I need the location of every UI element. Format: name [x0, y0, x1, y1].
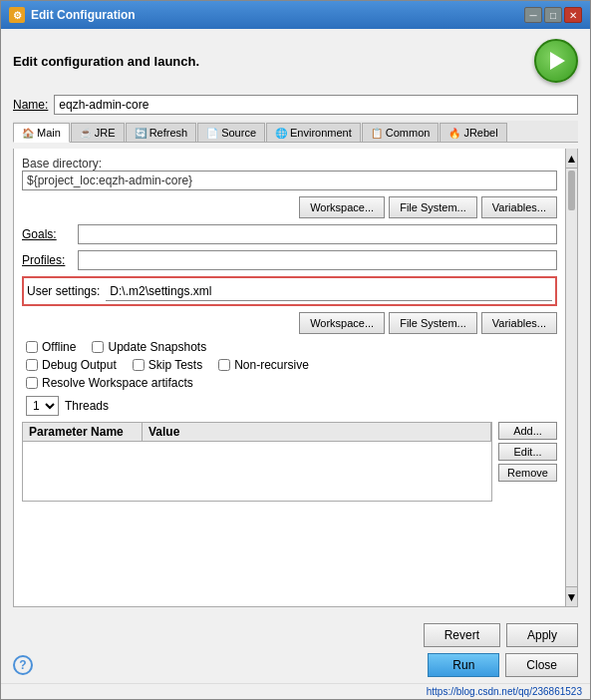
- checkboxes-section: Offline Update Snapshots Debug Output: [22, 340, 557, 390]
- skip-tests-checkbox[interactable]: [133, 359, 145, 371]
- tab-environment[interactable]: 🌐 Environment: [266, 123, 361, 142]
- maximize-button[interactable]: □: [544, 7, 562, 23]
- minimize-button[interactable]: ─: [524, 7, 542, 23]
- name-label: Name:: [13, 98, 48, 112]
- debug-output-label: Debug Output: [42, 358, 117, 372]
- threads-label: Threads: [65, 399, 109, 413]
- variables-button-2[interactable]: Variables...: [481, 312, 557, 334]
- jre-tab-icon: ☕: [80, 128, 92, 139]
- run-close-row: ? Run Close: [13, 653, 578, 677]
- refresh-tab-icon: 🔄: [135, 128, 147, 139]
- user-settings-box: User settings:: [22, 276, 557, 306]
- jrebel-tab-icon: 🔥: [448, 128, 460, 139]
- revert-apply-row: Revert Apply: [13, 623, 578, 647]
- titlebar-controls: ─ □ ✕: [524, 7, 582, 23]
- base-directory-label: Base directory:: [22, 157, 557, 171]
- profiles-row: Profiles:: [22, 250, 557, 270]
- table-header: Parameter Name Value: [23, 423, 491, 442]
- table-body: [23, 442, 491, 501]
- scroll-up-button[interactable]: ▲: [566, 149, 577, 169]
- table-action-buttons: Add... Edit... Remove: [498, 422, 557, 502]
- param-name-header: Parameter Name: [23, 423, 143, 441]
- checkbox-row-3: Resolve Workspace artifacts: [26, 376, 557, 390]
- update-snapshots-checkbox[interactable]: [92, 341, 104, 353]
- run-button[interactable]: Run: [428, 653, 499, 677]
- resolve-workspace-label: Resolve Workspace artifacts: [42, 376, 193, 390]
- skip-tests-label: Skip Tests: [148, 358, 202, 372]
- checkbox-row-2: Debug Output Skip Tests Non-recursive: [26, 358, 557, 372]
- non-recursive-checkbox-item[interactable]: Non-recursive: [218, 358, 309, 372]
- remove-button[interactable]: Remove: [498, 464, 557, 482]
- help-button[interactable]: ?: [13, 655, 33, 675]
- skip-tests-checkbox-item[interactable]: Skip Tests: [133, 358, 202, 372]
- resolve-workspace-checkbox[interactable]: [26, 377, 38, 389]
- profiles-label: Profiles:: [22, 253, 72, 267]
- user-settings-input[interactable]: [106, 281, 552, 301]
- file-system-button-2[interactable]: File System...: [389, 312, 477, 334]
- panel-content: Base directory: ${project_loc:eqzh-admin…: [14, 149, 565, 606]
- main-panel: Base directory: ${project_loc:eqzh-admin…: [13, 149, 578, 607]
- goals-row: Goals:: [22, 224, 557, 244]
- titlebar-left: ⚙ Edit Configuration: [9, 7, 136, 23]
- url-bar: https://blog.csdn.net/qq/236861523: [1, 683, 590, 699]
- bottom-area: Revert Apply ? Run Close: [1, 617, 590, 683]
- update-snapshots-label: Update Snapshots: [108, 340, 206, 354]
- user-settings-label: User settings:: [27, 284, 100, 298]
- tab-environment-label: Environment: [290, 127, 352, 139]
- run-close-buttons: Run Close: [428, 653, 578, 677]
- tabs-bar: 🏠 Main ☕ JRE 🔄 Refresh 📄 Source 🌐 Enviro…: [13, 121, 578, 143]
- main-window: ⚙ Edit Configuration ─ □ ✕ Edit configur…: [0, 0, 591, 700]
- tab-refresh[interactable]: 🔄 Refresh: [126, 123, 197, 142]
- tab-common[interactable]: 📋 Common: [362, 123, 440, 142]
- tab-refresh-label: Refresh: [149, 127, 188, 139]
- debug-output-checkbox[interactable]: [26, 359, 38, 371]
- run-launch-button[interactable]: [534, 39, 578, 83]
- threads-select[interactable]: 1 2 4: [26, 396, 59, 416]
- main-tab-icon: 🏠: [22, 128, 34, 139]
- apply-button[interactable]: Apply: [506, 623, 578, 647]
- non-recursive-checkbox[interactable]: [218, 359, 230, 371]
- play-icon: [550, 52, 565, 70]
- source-tab-icon: 📄: [206, 128, 218, 139]
- base-dir-buttons: Workspace... File System... Variables...: [22, 196, 557, 218]
- offline-checkbox-item[interactable]: Offline: [26, 340, 76, 354]
- checkbox-row-1: Offline Update Snapshots: [26, 340, 557, 354]
- resolve-workspace-checkbox-item[interactable]: Resolve Workspace artifacts: [26, 376, 193, 390]
- offline-label: Offline: [42, 340, 76, 354]
- profiles-input[interactable]: [78, 250, 557, 270]
- file-system-button-1[interactable]: File System...: [389, 196, 477, 218]
- scrollbar[interactable]: ▲ ▼: [565, 149, 577, 606]
- add-button[interactable]: Add...: [498, 422, 557, 440]
- url-text: https://blog.csdn.net/qq/236861523: [427, 686, 582, 697]
- value-header: Value: [143, 423, 491, 441]
- name-input[interactable]: [54, 95, 578, 115]
- debug-output-checkbox-item[interactable]: Debug Output: [26, 358, 117, 372]
- non-recursive-label: Non-recursive: [234, 358, 309, 372]
- update-snapshots-checkbox-item[interactable]: Update Snapshots: [92, 340, 206, 354]
- offline-checkbox[interactable]: [26, 341, 38, 353]
- goals-label: Goals:: [22, 227, 72, 241]
- close-dialog-button[interactable]: Close: [505, 653, 578, 677]
- edit-button[interactable]: Edit...: [498, 443, 557, 461]
- header-title: Edit configuration and launch.: [13, 54, 199, 69]
- scrollbar-thumb[interactable]: [568, 171, 575, 210]
- scroll-down-button[interactable]: ▼: [566, 586, 577, 606]
- threads-row: 1 2 4 Threads: [22, 396, 557, 416]
- tab-jre[interactable]: ☕ JRE: [71, 123, 125, 142]
- user-settings-buttons: Workspace... File System... Variables...: [22, 312, 557, 334]
- revert-button[interactable]: Revert: [424, 623, 500, 647]
- variables-button-1[interactable]: Variables...: [481, 196, 557, 218]
- tab-main[interactable]: 🏠 Main: [13, 123, 70, 143]
- base-directory-section: Base directory: ${project_loc:eqzh-admin…: [22, 157, 557, 190]
- goals-input[interactable]: [78, 224, 557, 244]
- base-directory-value: ${project_loc:eqzh-admin-core}: [22, 171, 557, 190]
- workspace-button-1[interactable]: Workspace...: [299, 196, 385, 218]
- scrollbar-track: [566, 212, 577, 586]
- tab-jrebel[interactable]: 🔥 JRebel: [440, 123, 506, 142]
- tab-source[interactable]: 📄 Source: [197, 123, 265, 142]
- workspace-button-2[interactable]: Workspace...: [299, 312, 385, 334]
- close-button[interactable]: ✕: [564, 7, 582, 23]
- tab-jrebel-label: JRebel: [463, 127, 497, 139]
- window-title: Edit Configuration: [31, 8, 136, 22]
- dialog-content: Edit configuration and launch. Name: 🏠 M…: [1, 29, 590, 617]
